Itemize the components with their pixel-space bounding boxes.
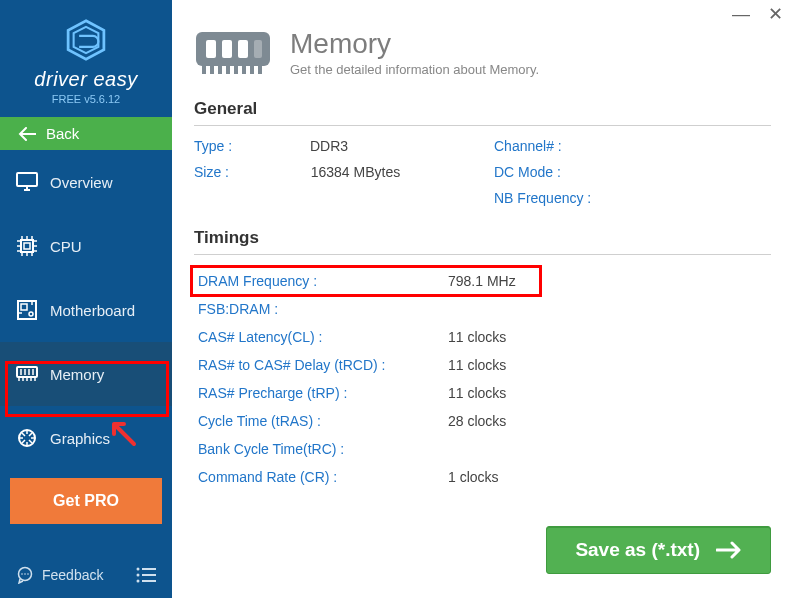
tras-label: Cycle Time (tRAS) : <box>198 413 448 429</box>
logo-icon <box>64 18 108 62</box>
general-grid: Type : DDR3 Channel# : Size : 16384 MByt… <box>194 138 771 206</box>
svg-rect-27 <box>218 66 222 74</box>
cr-value: 1 clocks <box>448 469 608 485</box>
row-dram-frequency: DRAM Frequency : 798.1 MHz <box>194 267 771 295</box>
memory-icon <box>16 363 38 385</box>
fsb-dram-value <box>448 301 608 317</box>
svg-rect-26 <box>210 66 214 74</box>
brand-block: driver easy FREE v5.6.12 <box>0 0 172 117</box>
save-as-button[interactable]: Save as (*.txt) <box>546 526 771 574</box>
menu-icon <box>136 567 156 583</box>
cas-label: CAS# Latency(CL) : <box>198 329 448 345</box>
feedback-label: Feedback <box>42 567 103 583</box>
size-value: 16384 MBytes <box>311 164 401 180</box>
page-header: Memory Get the detailed information abou… <box>194 28 771 77</box>
row-fsb-dram: FSB:DRAM : <box>194 295 771 323</box>
svg-rect-28 <box>226 66 230 74</box>
svg-rect-3 <box>21 240 33 252</box>
svg-rect-30 <box>242 66 246 74</box>
nbfreq-label: NB Frequency : <box>494 190 591 206</box>
memory-hero-icon <box>194 30 272 76</box>
back-button[interactable]: Back <box>0 117 172 150</box>
timings-heading: Timings <box>194 228 771 255</box>
dcmode-label: DC Mode : <box>494 164 561 180</box>
svg-rect-19 <box>142 580 156 582</box>
menu-button[interactable] <box>136 567 156 583</box>
svg-rect-29 <box>234 66 238 74</box>
svg-point-14 <box>137 568 140 571</box>
svg-rect-15 <box>142 568 156 570</box>
trcd-label: RAS# to CAS# Delay (tRCD) : <box>198 357 448 373</box>
svg-rect-21 <box>206 40 216 58</box>
svg-rect-6 <box>21 304 27 310</box>
svg-point-16 <box>137 574 140 577</box>
sidebar-footer: Feedback <box>0 552 172 598</box>
type-value: DDR3 <box>310 138 348 154</box>
svg-point-12 <box>24 573 26 575</box>
trc-value <box>448 441 608 457</box>
row-cr: Command Rate (CR) : 1 clocks <box>194 463 771 491</box>
nav-memory[interactable]: Memory <box>0 342 172 406</box>
motherboard-icon <box>16 299 38 321</box>
close-button[interactable]: ✕ <box>768 6 783 34</box>
nav-motherboard-label: Motherboard <box>50 302 135 319</box>
save-as-label: Save as (*.txt) <box>575 539 700 561</box>
main-content: Memory Get the detailed information abou… <box>172 0 797 598</box>
back-label: Back <box>46 125 79 142</box>
graphics-icon <box>16 427 38 449</box>
svg-rect-4 <box>24 243 30 249</box>
nav-cpu-label: CPU <box>50 238 82 255</box>
trcd-value: 11 clocks <box>448 357 608 373</box>
nav-motherboard[interactable]: Motherboard <box>0 278 172 342</box>
trc-label: Bank Cycle Time(tRC) : <box>198 441 448 457</box>
row-cas: CAS# Latency(CL) : 11 clocks <box>194 323 771 351</box>
general-heading: General <box>194 99 771 126</box>
page-title: Memory <box>290 28 539 60</box>
svg-point-11 <box>21 573 23 575</box>
row-tras: Cycle Time (tRAS) : 28 clocks <box>194 407 771 435</box>
dram-freq-value: 798.1 MHz <box>448 273 608 289</box>
cas-value: 11 clocks <box>448 329 608 345</box>
svg-rect-2 <box>17 173 37 186</box>
nav-memory-label: Memory <box>50 366 104 383</box>
trp-value: 11 clocks <box>448 385 608 401</box>
svg-point-7 <box>29 312 33 316</box>
nav-graphics[interactable]: Graphics <box>0 406 172 470</box>
svg-point-13 <box>27 573 29 575</box>
back-arrow-icon <box>18 127 36 141</box>
tras-value: 28 clocks <box>448 413 608 429</box>
svg-rect-24 <box>254 40 262 58</box>
svg-rect-23 <box>238 40 248 58</box>
monitor-icon <box>16 171 38 193</box>
timings-list: DRAM Frequency : 798.1 MHz FSB:DRAM : CA… <box>194 267 771 491</box>
get-pro-button[interactable]: Get PRO <box>10 478 162 524</box>
svg-rect-31 <box>250 66 254 74</box>
app-window: — ✕ driver easy FREE v5.6.12 Back <box>0 0 797 598</box>
brand-version: FREE v5.6.12 <box>52 93 120 105</box>
svg-marker-1 <box>74 27 99 53</box>
brand-name: driver easy <box>34 68 137 91</box>
nav: Overview CPU Motherboard Memory <box>0 150 172 470</box>
nav-overview[interactable]: Overview <box>0 150 172 214</box>
page-subtitle: Get the detailed information about Memor… <box>290 62 539 77</box>
feedback-button[interactable]: Feedback <box>16 566 103 584</box>
dram-freq-label: DRAM Frequency : <box>198 273 448 289</box>
row-trcd: RAS# to CAS# Delay (tRCD) : 11 clocks <box>194 351 771 379</box>
type-label: Type : <box>194 138 232 154</box>
cpu-icon <box>16 235 38 257</box>
svg-rect-32 <box>258 66 262 74</box>
trp-label: RAS# Precharge (tRP) : <box>198 385 448 401</box>
arrow-right-icon <box>716 541 742 559</box>
row-trc: Bank Cycle Time(tRC) : <box>194 435 771 463</box>
row-trp: RAS# Precharge (tRP) : 11 clocks <box>194 379 771 407</box>
size-label: Size : <box>194 164 229 180</box>
minimize-button[interactable]: — <box>732 6 750 34</box>
nav-graphics-label: Graphics <box>50 430 110 447</box>
svg-rect-25 <box>202 66 206 74</box>
chat-icon <box>16 566 34 584</box>
nav-cpu[interactable]: CPU <box>0 214 172 278</box>
svg-rect-17 <box>142 574 156 576</box>
svg-point-18 <box>137 580 140 583</box>
svg-rect-22 <box>222 40 232 58</box>
cr-label: Command Rate (CR) : <box>198 469 448 485</box>
